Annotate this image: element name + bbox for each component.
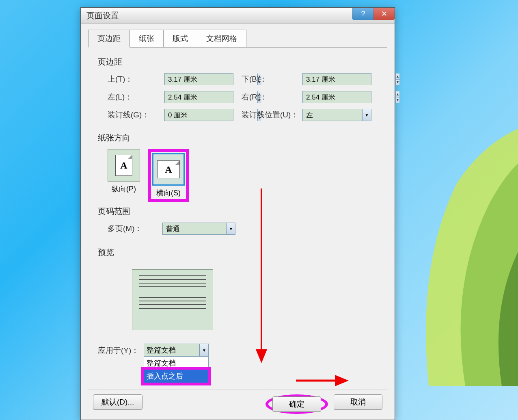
multi-pages-label: 多页(M)： [108, 223, 142, 234]
right-margin-label: 右(R)： [242, 92, 302, 102]
portrait-label: 纵向(P) [112, 184, 136, 194]
multi-pages-value: 普通 [163, 224, 226, 234]
page-setup-dialog: 页面设置 ? ✕ 页边距 纸张 版式 文档网格 页边距 上(T)： ▲▼ 下(B… [80, 7, 395, 420]
bottom-margin-input[interactable] [303, 74, 395, 85]
annotation-highlight-landscape: A 横向(S) [148, 149, 189, 202]
preview-page-thumbnail [132, 269, 213, 330]
landscape-page-icon: A [157, 160, 180, 178]
default-button[interactable]: 默认(D)... [93, 394, 142, 410]
apply-to-dropdown[interactable]: 整篇文档 ▼ 整篇文档 插入点之后 [144, 344, 209, 383]
tab-paper[interactable]: 纸张 [130, 30, 164, 47]
spin-down-icon[interactable]: ▼ [396, 97, 399, 103]
gutter-pos-value: 左 [303, 110, 362, 120]
orientation-portrait-option[interactable]: A 纵向(P) [108, 149, 140, 194]
spin-down-icon[interactable]: ▼ [396, 80, 399, 85]
gutter-label: 装订线(G)： [108, 110, 164, 120]
portrait-page-icon: A [115, 155, 132, 176]
preview-section-label: 预览 [98, 247, 387, 258]
gutter-spinner[interactable]: ▲▼ [164, 109, 233, 121]
cancel-button[interactable]: 取消 [334, 394, 382, 410]
gutter-pos-label: 装订线位置(U)： [242, 110, 302, 120]
tab-layout[interactable]: 版式 [163, 30, 197, 47]
apply-to-selected: 整篇文档 [144, 345, 199, 355]
left-margin-label: 左(L)： [108, 92, 164, 102]
apply-to-label: 应用于(Y)： [98, 344, 139, 356]
desktop-background-leaf [408, 102, 518, 386]
bottom-margin-spinner[interactable]: ▲▼ [302, 73, 371, 85]
annotation-highlight-ok: 确定 [265, 394, 328, 414]
apply-to-option-after[interactable]: 插入点之后 [144, 370, 208, 383]
top-margin-spinner[interactable]: ▲▼ [164, 73, 233, 85]
close-button[interactable]: ✕ [373, 8, 395, 20]
pages-section-label: 页码范围 [98, 206, 387, 217]
dialog-title: 页面设置 [86, 10, 119, 21]
gutter-pos-dropdown[interactable]: 左 ▼ [302, 109, 371, 121]
spin-up-icon[interactable]: ▲ [396, 74, 399, 80]
multi-pages-dropdown[interactable]: 普通 ▼ [162, 223, 235, 235]
orientation-landscape-option[interactable]: A 横向(S) [152, 153, 185, 198]
annotation-highlight-option: 插入点之后 [141, 367, 211, 385]
chevron-down-icon: ▼ [362, 109, 371, 121]
top-margin-label: 上(T)： [108, 74, 164, 84]
dialog-titlebar: 页面设置 ? ✕ [81, 8, 395, 24]
margins-section-label: 页边距 [98, 56, 387, 67]
bottom-margin-label: 下(B)： [242, 74, 302, 84]
chevron-down-icon: ▼ [226, 223, 235, 234]
ok-button[interactable]: 确定 [272, 396, 321, 412]
right-margin-spinner[interactable]: ▲▼ [302, 91, 371, 103]
tab-margins[interactable]: 页边距 [88, 30, 130, 48]
left-margin-spinner[interactable]: ▲▼ [164, 91, 233, 103]
orientation-section-label: 纸张方向 [98, 132, 387, 143]
divider [88, 390, 387, 390]
chevron-down-icon: ▼ [199, 344, 208, 356]
landscape-label: 横向(S) [156, 188, 181, 198]
help-button[interactable]: ? [352, 8, 373, 20]
apply-to-list: 整篇文档 插入点之后 [144, 356, 208, 383]
tab-bar: 页边距 纸张 版式 文档网格 [88, 30, 387, 48]
spin-up-icon[interactable]: ▲ [396, 91, 399, 97]
tab-grid[interactable]: 文档网格 [197, 30, 246, 47]
right-margin-input[interactable] [303, 91, 395, 103]
